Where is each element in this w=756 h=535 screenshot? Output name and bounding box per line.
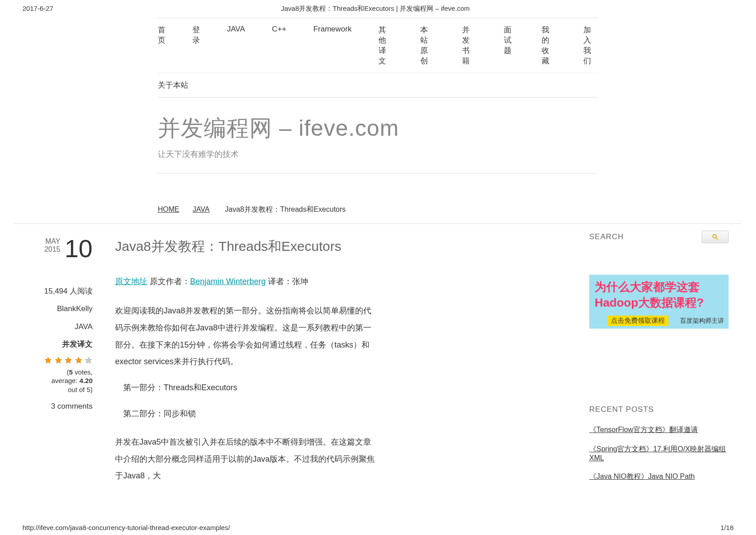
search-label: SEARCH: [589, 232, 624, 241]
article-title: Java8并发教程：Threads和Executors: [115, 237, 378, 256]
nav-books[interactable]: 并发书籍: [462, 25, 477, 66]
header-meta: 2017-6-27 Java8并发教程：Threads和Executors | …: [0, 0, 756, 18]
nav-row-2: 关于本站: [158, 73, 598, 97]
post-meta: 15,494 人阅读 BlankKelly JAVA 并发译文: [14, 282, 93, 352]
recent-posts: RECENT POSTS 《TensorFlow官方文档》翻译邀请 《Sprin…: [589, 405, 729, 482]
search-widget: SEARCH: [589, 224, 729, 252]
recent-posts-heading: RECENT POSTS: [589, 405, 729, 414]
breadcrumb: HOME JAVA Java8并发教程：Threads和Executors: [158, 178, 598, 223]
star-icon: [75, 357, 83, 365]
right-sidebar: SEARCH 为什么大家都学这套 Hadoop大数据课程? 点击免费领取课程 百…: [589, 224, 742, 494]
site-title: 并发编程网 – ifeve.com: [158, 113, 598, 143]
ad-cta-button[interactable]: 点击免费领取课程: [607, 316, 668, 326]
print-footer: http://ifeve.com/java8-concurrency-tutor…: [22, 524, 734, 531]
part-1: 第一部分：Threads和Executors: [123, 379, 378, 397]
nav-login[interactable]: 登录: [192, 25, 200, 66]
nav-home[interactable]: 首页: [158, 25, 165, 66]
author-link[interactable]: Benjamin Winterberg: [190, 277, 266, 286]
recent-post-link[interactable]: 《Java NIO教程》Java NIO Path: [589, 472, 729, 482]
article-body: Java8并发教程：Threads和Executors 原文地址 原文作者：Be…: [104, 224, 378, 494]
breadcrumb-home[interactable]: HOME: [158, 205, 179, 213]
post-month: MAY: [45, 237, 60, 245]
original-link[interactable]: 原文地址: [115, 277, 147, 286]
translator: 译者：张坤: [266, 277, 308, 286]
recent-post-link[interactable]: 《TensorFlow官方文档》翻译邀请: [589, 425, 729, 435]
nav-row-1: 首页 登录 JAVA C++ Framework 其他译文 本站原创 并发书籍 …: [158, 18, 598, 73]
nav-original[interactable]: 本站原创: [420, 25, 435, 66]
star-icon: [54, 357, 62, 365]
search-button[interactable]: [702, 231, 729, 243]
post-author: BlankKelly: [14, 300, 93, 317]
part-2: 第二部分：同步和锁: [123, 406, 378, 423]
paragraph: 欢迎阅读我的Java8并发教程的第一部分。这份指南将会以简单易懂的代码示例来教给…: [115, 303, 378, 370]
ad-line2: Hadoop大数据课程?: [595, 295, 723, 311]
nav-favorites[interactable]: 我的收藏: [542, 25, 556, 66]
print-title: Java8并发教程：Threads和Executors | 并发编程网 – if…: [53, 4, 698, 13]
star-icon: [44, 357, 52, 365]
read-count: 15,494 人阅读: [14, 282, 93, 300]
post-day: 10: [65, 237, 93, 260]
votes-count: 5: [69, 368, 72, 376]
main-nav: 首页 登录 JAVA C++ Framework 其他译文 本站原创 并发书籍 …: [158, 18, 598, 98]
recent-post-link[interactable]: 《Spring官方文档》17.利用O/X映射器编组XML: [589, 445, 729, 462]
site-header: 并发编程网 – ifeve.com 让天下没有难学的技术: [158, 98, 598, 178]
nav-join[interactable]: 加入我们: [583, 25, 598, 66]
site-tagline: 让天下没有难学的技术: [158, 149, 598, 174]
main-content: MAY 2015 10 15,494 人阅读 BlankKelly JAVA 并…: [14, 223, 742, 494]
nav-about[interactable]: 关于本站: [158, 81, 188, 89]
svg-point-0: [713, 235, 716, 238]
comments-link[interactable]: 3 comments: [14, 402, 93, 411]
paragraph: 并发在Java5中首次被引入并在后续的版本中不断得到增强。在这篇文章中介绍的大部…: [115, 434, 378, 485]
star-icon: [64, 357, 72, 365]
post-category: JAVA: [14, 318, 93, 335]
ad-line1: 为什么大家都学这套: [595, 279, 723, 295]
print-date: 2017-6-27: [22, 4, 53, 13]
rating-text: (5 votes, average: 4.20 out of 5): [14, 368, 93, 394]
ad-subtitle: 百度架构师主讲: [680, 317, 724, 325]
star-icon: [84, 357, 93, 365]
footer-url: http://ifeve.com/java8-concurrency-tutor…: [22, 524, 230, 531]
left-sidebar: MAY 2015 10 15,494 人阅读 BlankKelly JAVA 并…: [14, 224, 104, 494]
post-year: 2015: [44, 245, 61, 253]
ad-banner[interactable]: 为什么大家都学这套 Hadoop大数据课程? 点击免费领取课程 百度架构师主讲: [589, 275, 729, 329]
search-icon: [712, 233, 719, 241]
breadcrumb-cat[interactable]: JAVA: [192, 205, 209, 213]
nav-java[interactable]: JAVA: [227, 25, 245, 66]
nav-other-trans[interactable]: 其他译文: [378, 25, 393, 66]
svg-line-1: [716, 238, 718, 240]
star-rating[interactable]: [14, 357, 93, 366]
footer-page: 1/18: [720, 524, 734, 531]
breadcrumb-current: Java8并发教程：Threads和Executors: [225, 205, 346, 213]
avg-score: 4.20: [80, 377, 93, 384]
nav-framework[interactable]: Framework: [313, 25, 351, 66]
nav-cpp[interactable]: C++: [272, 25, 286, 66]
post-tag: 并发译文: [14, 335, 93, 353]
byline: 原文地址 原文作者：Benjamin Winterberg 译者：张坤: [115, 276, 378, 287]
post-date: MAY 2015 10: [14, 237, 93, 260]
nav-interview[interactable]: 面试题: [504, 25, 515, 66]
